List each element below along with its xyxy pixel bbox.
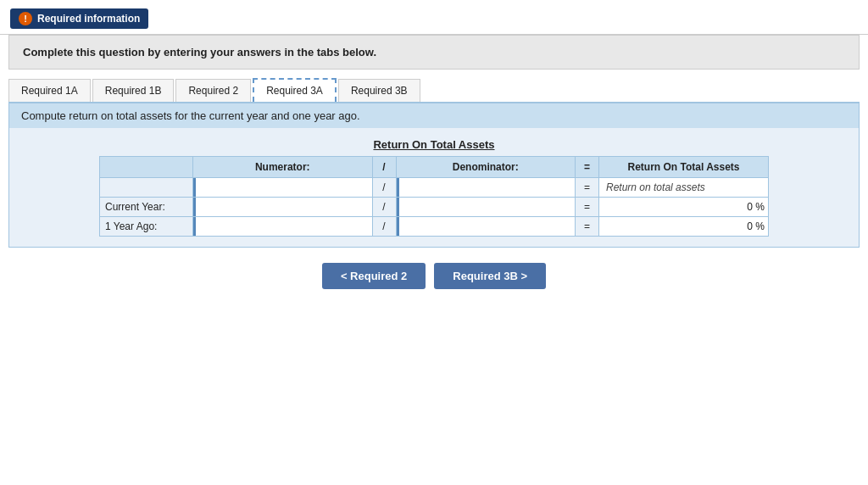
row3-equals: = xyxy=(576,217,599,237)
row2-slash: / xyxy=(372,198,396,217)
row3-numerator-cell[interactable] xyxy=(193,217,373,237)
row1-denominator-input[interactable] xyxy=(397,178,576,197)
row1-label xyxy=(100,178,193,198)
row2-label: Current Year: xyxy=(100,198,193,217)
tab-required-1b[interactable]: Required 1B xyxy=(92,79,175,102)
col-denominator-header: Denominator: xyxy=(396,157,576,178)
row1-numerator-input[interactable] xyxy=(193,178,372,197)
row3-denominator-input[interactable] xyxy=(397,217,576,236)
row2-result-value: 0 xyxy=(747,201,753,213)
required-info-badge: ! Required information xyxy=(10,8,148,29)
col-numerator-header: Numerator: xyxy=(193,157,373,178)
table-title: Return On Total Assets xyxy=(21,138,847,151)
row3-numerator-input[interactable] xyxy=(193,217,372,236)
row2-denominator-input[interactable] xyxy=(397,198,576,216)
next-button[interactable]: Required 3B > xyxy=(434,263,546,289)
rota-table: Numerator: / Denominator: = Return On To… xyxy=(99,156,769,237)
row1-equals: = xyxy=(576,178,599,198)
row1-slash: / xyxy=(372,178,396,198)
table-wrapper: Return On Total Assets Numerator: / Deno… xyxy=(9,128,859,247)
col-label-header xyxy=(100,157,193,178)
row3-slash: / xyxy=(372,217,396,237)
col-result-header: Return On Total Assets xyxy=(599,157,769,178)
row1-numerator-cell[interactable] xyxy=(193,178,373,198)
table-row: Current Year: / = 0 % xyxy=(100,198,769,217)
table-row: / = Return on total assets xyxy=(100,178,769,198)
row2-denominator-cell[interactable] xyxy=(396,198,576,217)
tab-required-3b[interactable]: Required 3B xyxy=(338,79,420,102)
tab-required-3a[interactable]: Required 3A xyxy=(253,78,337,102)
prev-button[interactable]: < Required 2 xyxy=(322,263,426,289)
row3-label: 1 Year Ago: xyxy=(100,217,193,237)
exclamation-icon: ! xyxy=(19,12,32,25)
table-container: Return On Total Assets Numerator: / Deno… xyxy=(8,128,860,248)
col-equals-header: = xyxy=(576,157,599,178)
instruction-bar: Complete this question by entering your … xyxy=(8,35,860,70)
description-text: Compute return on total assets for the c… xyxy=(21,109,360,122)
row3-result-value: 0 xyxy=(747,220,753,232)
row3-denominator-cell[interactable] xyxy=(396,217,576,237)
tab-required-1a[interactable]: Required 1A xyxy=(8,79,91,102)
row3-result: 0 % xyxy=(599,217,769,237)
nav-buttons: < Required 2 Required 3B > xyxy=(0,263,868,289)
tab-required-2[interactable]: Required 2 xyxy=(175,79,251,102)
row1-denominator-cell[interactable] xyxy=(396,178,576,198)
table-row: 1 Year Ago: / = 0 % xyxy=(100,217,769,237)
row2-result: 0 % xyxy=(599,198,769,217)
row2-numerator-cell[interactable] xyxy=(193,198,373,217)
row2-equals: = xyxy=(576,198,599,217)
instruction-text: Complete this question by entering your … xyxy=(23,46,376,59)
description-bar: Compute return on total assets for the c… xyxy=(8,103,860,128)
badge-label: Required information xyxy=(37,13,140,25)
col-slash-header: / xyxy=(372,157,396,178)
row1-result: Return on total assets xyxy=(599,178,769,198)
row2-numerator-input[interactable] xyxy=(193,198,372,216)
tabs-container: Required 1A Required 1B Required 2 Requi… xyxy=(8,78,860,103)
